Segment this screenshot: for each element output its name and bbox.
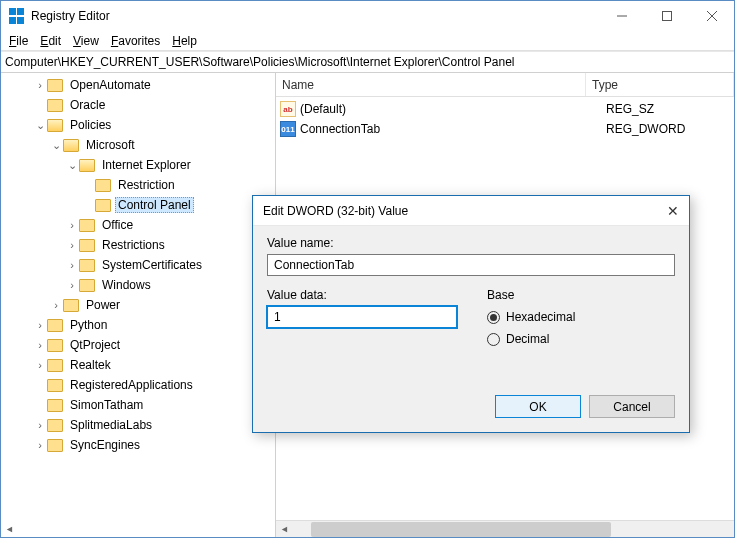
chevron-right-icon[interactable]: ›	[65, 239, 79, 251]
folder-icon	[47, 318, 63, 332]
tree-item-label: Internet Explorer	[99, 157, 194, 173]
tree-item-label: RegisteredApplications	[67, 377, 196, 393]
column-type[interactable]: Type	[586, 73, 734, 96]
chevron-right-icon[interactable]: ›	[33, 339, 47, 351]
tree-item-label: Microsoft	[83, 137, 138, 153]
chevron-right-icon[interactable]: ›	[33, 319, 47, 331]
folder-icon	[47, 358, 63, 372]
close-button[interactable]	[689, 1, 734, 31]
titlebar: Registry Editor	[1, 1, 734, 31]
folder-icon	[95, 178, 111, 192]
folder-icon	[79, 238, 95, 252]
value-data-input[interactable]	[267, 306, 457, 328]
tree-item-label: OpenAutomate	[67, 77, 154, 93]
tree-item[interactable]: ›SystemCertificates	[1, 255, 275, 275]
tree-item[interactable]: Control Panel	[1, 195, 275, 215]
list-horizontal-scrollbar[interactable]: ◄	[276, 520, 734, 537]
list-item[interactable]: ab(Default)REG_SZ	[280, 99, 730, 119]
folder-icon	[47, 378, 63, 392]
window-controls	[599, 1, 734, 31]
chevron-right-icon[interactable]: ›	[33, 79, 47, 91]
tree-item[interactable]: ›Power	[1, 295, 275, 315]
radio-decimal[interactable]: Decimal	[487, 328, 675, 350]
tree-item[interactable]: SimonTatham	[1, 395, 275, 415]
tree-item[interactable]: ›Restrictions	[1, 235, 275, 255]
chevron-down-icon[interactable]: ⌄	[33, 119, 47, 132]
chevron-right-icon[interactable]: ›	[49, 299, 63, 311]
value-data-label: Value data:	[267, 288, 457, 302]
folder-icon	[47, 438, 63, 452]
tree-horizontal-scrollbar[interactable]: ◄	[1, 520, 275, 537]
tree-item[interactable]: ⌄Microsoft	[1, 135, 275, 155]
address-bar[interactable]: Computer\HKEY_CURRENT_USER\Software\Poli…	[1, 51, 734, 73]
chevron-right-icon[interactable]: ›	[33, 439, 47, 451]
chevron-right-icon[interactable]: ›	[33, 359, 47, 371]
tree-item-label: Python	[67, 317, 110, 333]
folder-icon	[79, 158, 95, 172]
menu-edit[interactable]: Edit	[40, 34, 61, 48]
tree-item[interactable]: ›Windows	[1, 275, 275, 295]
tree-item[interactable]: ⌄Policies	[1, 115, 275, 135]
value-name-cell: ConnectionTab	[300, 122, 606, 136]
list-item[interactable]: 011ConnectionTabREG_DWORD	[280, 119, 730, 139]
scroll-left-icon[interactable]: ◄	[1, 520, 18, 537]
folder-icon	[47, 398, 63, 412]
folder-icon	[63, 298, 79, 312]
tree-item-label: Policies	[67, 117, 114, 133]
tree-item[interactable]: Restriction	[1, 175, 275, 195]
cancel-button[interactable]: Cancel	[589, 395, 675, 418]
menu-view[interactable]: View	[73, 34, 99, 48]
address-text: Computer\HKEY_CURRENT_USER\Software\Poli…	[5, 55, 515, 69]
tree-item[interactable]: ›QtProject	[1, 335, 275, 355]
scroll-left-icon[interactable]: ◄	[276, 521, 293, 538]
scrollbar-thumb[interactable]	[311, 522, 611, 537]
chevron-right-icon[interactable]: ›	[65, 259, 79, 271]
menu-file[interactable]: File	[9, 34, 28, 48]
tree-item[interactable]: Oracle	[1, 95, 275, 115]
tree-item-label: SplitmediaLabs	[67, 417, 155, 433]
menu-help[interactable]: Help	[172, 34, 197, 48]
chevron-down-icon[interactable]: ⌄	[49, 139, 63, 152]
folder-icon	[79, 258, 95, 272]
tree-item[interactable]: ›Python	[1, 315, 275, 335]
column-name[interactable]: Name	[276, 73, 586, 96]
dialog-close-button[interactable]: ✕	[649, 203, 679, 219]
window-title: Registry Editor	[31, 9, 599, 23]
tree-item-label: Oracle	[67, 97, 108, 113]
tree-item[interactable]: ›OpenAutomate	[1, 75, 275, 95]
ok-button[interactable]: OK	[495, 395, 581, 418]
tree-item-label: Restriction	[115, 177, 178, 193]
radio-hexadecimal[interactable]: Hexadecimal	[487, 306, 675, 328]
tree-item-label: Office	[99, 217, 136, 233]
tree-item-label: Windows	[99, 277, 154, 293]
tree-view[interactable]: ›OpenAutomateOracle⌄Policies⌄Microsoft⌄I…	[1, 73, 275, 520]
maximize-button[interactable]	[644, 1, 689, 31]
tree-item[interactable]: ›SplitmediaLabs	[1, 415, 275, 435]
value-name-cell: (Default)	[300, 102, 606, 116]
menu-favorites[interactable]: Favorites	[111, 34, 160, 48]
chevron-right-icon[interactable]: ›	[65, 279, 79, 291]
tree-item-label: Realtek	[67, 357, 114, 373]
tree-item[interactable]: ⌄Internet Explorer	[1, 155, 275, 175]
list-header: Name Type	[276, 73, 734, 97]
tree-item[interactable]: RegisteredApplications	[1, 375, 275, 395]
dialog-title: Edit DWORD (32-bit) Value	[263, 204, 649, 218]
folder-icon	[63, 138, 79, 152]
tree-item-label: Power	[83, 297, 123, 313]
value-name-input[interactable]	[267, 254, 675, 276]
radio-dec-label: Decimal	[506, 332, 549, 346]
chevron-down-icon[interactable]: ⌄	[65, 159, 79, 172]
chevron-right-icon[interactable]: ›	[65, 219, 79, 231]
radio-unselected-icon	[487, 333, 500, 346]
folder-icon	[47, 78, 63, 92]
folder-icon	[47, 338, 63, 352]
svg-rect-1	[662, 12, 671, 21]
dword-value-icon: 011	[280, 121, 296, 137]
base-label: Base	[487, 288, 675, 302]
edit-dword-dialog: Edit DWORD (32-bit) Value ✕ Value name: …	[252, 195, 690, 433]
chevron-right-icon[interactable]: ›	[33, 419, 47, 431]
tree-item[interactable]: ›SyncEngines	[1, 435, 275, 455]
tree-item[interactable]: ›Realtek	[1, 355, 275, 375]
tree-item[interactable]: ›Office	[1, 215, 275, 235]
minimize-button[interactable]	[599, 1, 644, 31]
